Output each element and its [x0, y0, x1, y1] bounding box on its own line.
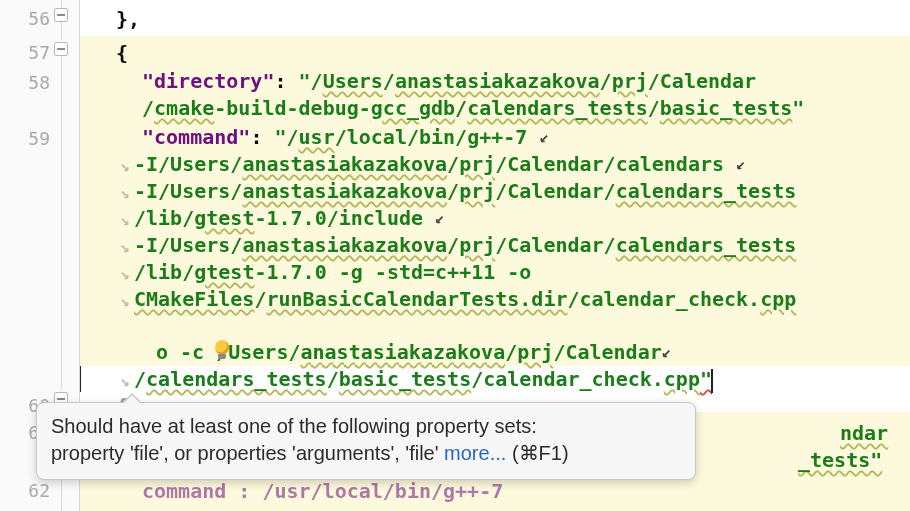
wrap-arrow-icon: ↘: [120, 209, 134, 231]
code-line-wrap: ↘/calendars_tests/basic_tests/calendar_c…: [80, 368, 910, 393]
code-line-wrap: ↘CMakeFiles/runBasicCalendarTests.dir/ca…: [80, 288, 910, 312]
soft-wrap-icon: ↙: [736, 154, 746, 173]
tooltip-text: property 'file', or properties 'argument…: [51, 442, 444, 464]
fold-expand-icon[interactable]: [54, 42, 68, 56]
code-line: {: [80, 42, 910, 64]
tooltip-shortcut: (⌘F1): [506, 442, 568, 464]
tooltip-text: Should have at least one of the followin…: [51, 415, 537, 437]
code-line-wrap: o -c /Users/anastasiakazakova/prj/Calend…: [80, 341, 910, 365]
code-line-wrap: ↘-I/Users/anastasiakazakova/prj/Calendar…: [80, 234, 910, 258]
line-number: 58: [0, 72, 50, 93]
code-line: command : /usr/local/bin/g++-7: [80, 480, 910, 502]
line-number: 57: [0, 42, 50, 63]
code-line-wrap: ↘-I/Users/anastasiakazakova/prj/Calendar…: [80, 153, 910, 177]
code-editor: 56 57 58 59 60 61 62 }, { "directory": "…: [0, 0, 910, 511]
line-number: 62: [0, 480, 50, 501]
wrap-arrow-icon: ↘: [120, 290, 134, 312]
lightbulb-icon[interactable]: [212, 340, 232, 360]
code-line-wrap: ↘/lib/gtest-1.7.0/include ↙: [80, 207, 910, 231]
soft-wrap-icon: ↙: [539, 127, 549, 146]
code-line: "command": "/usr/local/bin/g++-7 ↙: [80, 126, 910, 150]
fold-collapse-icon[interactable]: [54, 8, 68, 22]
soft-wrap-icon: ↙: [662, 342, 672, 361]
code-line: "directory": "/Users/anastasiakazakova/p…: [80, 70, 910, 92]
code-line-wrap: /cmake-build-debug-gcc_gdb/calendars_tes…: [80, 97, 910, 119]
code-line-wrap: ↘-I/Users/anastasiakazakova/prj/Calendar…: [80, 180, 910, 204]
code-line: },: [80, 8, 910, 30]
wrap-arrow-icon: ↘: [120, 182, 134, 204]
wrap-arrow-icon: ↘: [120, 236, 134, 258]
code-line-wrap: ↘/lib/gtest-1.7.0 -g -std=c++11 -o: [80, 261, 910, 285]
soft-wrap-icon: ↙: [435, 208, 445, 227]
inspection-tooltip: Should have at least one of the followin…: [36, 402, 696, 480]
wrap-arrow-icon: ↘: [120, 155, 134, 177]
tooltip-more-link[interactable]: more...: [444, 442, 506, 464]
line-number: 59: [0, 128, 50, 149]
line-number: 56: [0, 8, 50, 29]
text-caret: [711, 369, 713, 393]
wrap-arrow-icon: ↘: [120, 370, 134, 392]
wrap-arrow-icon: ↘: [120, 263, 134, 285]
